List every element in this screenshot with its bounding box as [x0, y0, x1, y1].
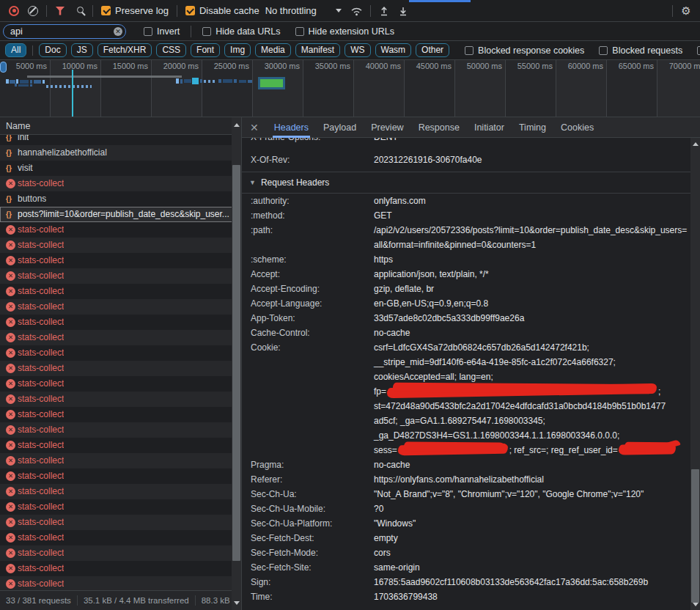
close-icon[interactable]: ✕ [242, 122, 267, 133]
scroll-down-arrow[interactable] [232, 598, 241, 607]
type-chip-doc[interactable]: Doc [39, 43, 66, 57]
type-chip-js[interactable]: JS [71, 43, 93, 57]
error-icon: ✕ [6, 333, 15, 342]
filter-input-box: ✕ [3, 24, 126, 39]
blocked-requests-checkbox[interactable]: Blocked requests [599, 45, 682, 56]
record-button[interactable] [4, 1, 23, 21]
tab-headers[interactable]: Headers [267, 117, 316, 138]
request-list-scrollbar[interactable] [232, 117, 241, 610]
scroll-down-arrow[interactable] [690, 600, 700, 609]
timeline-tick: 40000 ms [354, 60, 405, 117]
request-name: visit [18, 161, 33, 176]
request-row[interactable]: {}buttons [0, 191, 241, 207]
type-chip-img[interactable]: Img [224, 43, 251, 57]
request-row[interactable]: ✕stats-collect [0, 453, 241, 468]
invert-checkbox[interactable]: Invert [144, 26, 180, 37]
request-row[interactable]: {}init [0, 135, 241, 145]
disable-cache-checkbox[interactable]: Disable cache [185, 5, 259, 16]
request-row[interactable]: ✕stats-collect [0, 268, 241, 284]
request-row[interactable]: ✕stats-collect [0, 176, 241, 191]
tab-timing[interactable]: Timing [512, 117, 553, 138]
import-har-button[interactable] [375, 1, 394, 21]
export-har-button[interactable] [394, 1, 413, 21]
scroll-up-arrow[interactable] [690, 139, 700, 148]
request-row[interactable]: ✕stats-collect [0, 407, 241, 422]
request-row[interactable]: ✕stats-collect [0, 330, 241, 345]
tab-initiator[interactable]: Initiator [467, 117, 512, 138]
error-icon: ✕ [6, 179, 15, 188]
type-chip-fetch-xhr[interactable]: Fetch/XHR [97, 43, 152, 57]
header-name: Sign: [251, 575, 374, 589]
request-row[interactable]: ✕stats-collect [0, 515, 241, 530]
hide-data-urls-checkbox[interactable]: Hide data URLs [202, 26, 280, 37]
clear-filter-icon[interactable]: ✕ [114, 27, 122, 36]
scroll-up-arrow[interactable] [232, 120, 241, 129]
triangle-down-icon [693, 603, 699, 606]
network-overview-timeline[interactable]: 5000 ms10000 ms15000 ms20000 ms25000 ms3… [0, 60, 700, 117]
request-row[interactable]: ✕stats-collect [0, 484, 241, 499]
search-button[interactable] [70, 1, 89, 21]
request-row[interactable]: ✕stats-collect [0, 561, 241, 576]
request-row[interactable]: ✕stats-collect [0, 222, 241, 238]
network-status-bar: 33 / 381 requests 35.1 kB / 4.4 MB trans… [0, 590, 241, 610]
request-row[interactable]: ✕stats-collect [0, 530, 241, 545]
blocked-response-cookies-checkbox[interactable]: Blocked response cookies [465, 45, 584, 56]
request-row[interactable]: ✕stats-collect [0, 345, 241, 361]
3rd-party-requests-checkbox[interactable]: 3rd-party requests [697, 45, 700, 56]
type-chip-other[interactable]: Other [416, 43, 449, 57]
type-chip-manifest[interactable]: Manifest [295, 43, 340, 57]
request-headers-section-header[interactable]: ▼Request Headers [242, 172, 690, 194]
request-row[interactable]: ✕stats-collect [0, 376, 241, 392]
scrollbar-thumb[interactable] [232, 165, 240, 561]
request-row[interactable]: ✕stats-collect [0, 253, 241, 268]
timeline-tick: 55000 ms [506, 60, 556, 117]
dotted [46, 85, 92, 88]
tab-response[interactable]: Response [411, 117, 467, 138]
cookie-text: csrf=LdfcGX4Sa72db06824c657db26a5d142472… [374, 342, 589, 353]
network-conditions-button[interactable] [347, 1, 366, 21]
request-row[interactable]: ✕stats-collect [0, 499, 241, 515]
request-row[interactable]: {}visit [0, 161, 241, 176]
type-chip-ws[interactable]: WS [345, 43, 370, 57]
settings-button[interactable]: ⚙ [677, 1, 696, 21]
type-chip-media[interactable]: Media [255, 43, 291, 57]
request-name: stats-collect [18, 222, 64, 238]
header-row: :path:/api2/v2/users/20572336/posts?limi… [242, 223, 690, 252]
request-row[interactable]: ✕stats-collect [0, 284, 241, 299]
request-row[interactable]: {}hannahelizabethofficial [0, 145, 241, 161]
request-row[interactable]: ✕stats-collect [0, 238, 241, 253]
request-row[interactable]: ✕stats-collect [0, 361, 241, 376]
tab-preview[interactable]: Preview [364, 117, 410, 138]
request-row[interactable]: ✕stats-collect [0, 545, 241, 561]
request-row[interactable]: ✕stats-collect [0, 468, 241, 484]
type-chip-css[interactable]: CSS [156, 43, 186, 57]
request-row[interactable]: ✕stats-collect [0, 315, 241, 330]
type-chip-all[interactable]: All [5, 43, 26, 57]
filter-input[interactable] [3, 24, 126, 39]
request-row[interactable]: {}posts?limit=10&order=publish_date_desc… [0, 207, 241, 222]
request-row[interactable]: ✕stats-collect [0, 392, 241, 407]
toolbar-divider [46, 5, 47, 17]
name-column-header[interactable]: Name [0, 117, 241, 135]
request-row[interactable]: ✕stats-collect [0, 299, 241, 315]
header-value: no-cache [374, 457, 689, 472]
timeline-columns: 5000 ms10000 ms15000 ms20000 ms25000 ms3… [0, 60, 700, 117]
scrollbar-thumb[interactable] [691, 469, 699, 603]
request-row[interactable]: ✕stats-collect [0, 422, 241, 438]
tab-cookies[interactable]: Cookies [553, 117, 601, 138]
request-row[interactable]: ✕stats-collect [0, 576, 241, 590]
cookie-text: st=472d48a90d5433bfc2a2d17042e4dfdcafd31… [374, 401, 666, 411]
type-chip-wasm[interactable]: Wasm [375, 43, 412, 57]
details-scrollbar[interactable] [690, 138, 700, 610]
filter-toggle-button[interactable] [51, 1, 70, 21]
timeline-tick: 65000 ms [607, 60, 657, 117]
preserve-log-checkbox[interactable]: Preserve log [101, 5, 169, 16]
tab-payload[interactable]: Payload [316, 117, 364, 138]
hide-extension-urls-checkbox[interactable]: Hide extension URLs [295, 26, 394, 37]
event-line [72, 70, 73, 117]
throttling-dropdown[interactable]: No throttling [265, 5, 342, 16]
type-chip-font[interactable]: Font [191, 43, 220, 57]
cookie-text: ; [658, 386, 660, 397]
request-row[interactable]: ✕stats-collect [0, 438, 241, 453]
clear-button[interactable] [23, 1, 43, 21]
